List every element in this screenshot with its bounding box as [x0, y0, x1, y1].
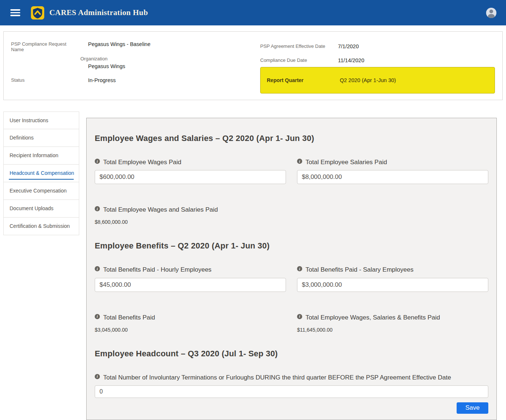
- info-icon[interactable]: [297, 159, 302, 164]
- request-name-values: Pegasus Wings - Baseline Organization Pe…: [80, 41, 150, 69]
- info-icon[interactable]: [297, 314, 302, 319]
- field-total-wages-salaries-readonly: Total Employee Wages and Salaries Paid $…: [95, 205, 488, 225]
- sidebar-item-recipient-information[interactable]: Recipient Information: [3, 147, 79, 165]
- total-employee-salaries-paid-input[interactable]: [297, 170, 488, 184]
- field-label: Total Employee Wages Paid: [103, 157, 181, 167]
- total-wages-salaries-value: $8,600,000.00: [95, 219, 488, 225]
- effective-date-value: 7/1/2020: [338, 43, 359, 49]
- section-nav: User Instructions Definitions Recipient …: [3, 112, 79, 235]
- status-row: Status In-Progress: [11, 77, 260, 83]
- sidebar-item-executive-compensation[interactable]: Executive Compensation: [3, 182, 79, 200]
- summary-right-column: PSP Agreement Effective Date 7/1/2020 Co…: [260, 41, 495, 94]
- summary-left-column: PSP Compliance Request Name Pegasus Wing…: [11, 41, 260, 94]
- request-name-value: Pegasus Wings - Baseline: [88, 41, 150, 47]
- field-involuntary-terminations: Total Number of Involuntary Terminations…: [95, 373, 488, 398]
- request-name-label: PSP Compliance Request Name: [11, 41, 80, 69]
- field-benefits-hourly: Total Benefits Paid - Hourly Employees: [95, 265, 286, 292]
- info-icon[interactable]: [95, 206, 100, 211]
- report-quarter-label: Report Quarter: [267, 77, 340, 83]
- benefits-totals-row: Total Benefits Paid $3,045,000.00 Total …: [95, 313, 488, 333]
- total-benefits-salary-input[interactable]: [297, 278, 488, 292]
- sidebar-item-label: Headcount & Compensation: [10, 170, 74, 176]
- due-date-row: Compliance Due Date 11/14/2020: [260, 57, 495, 63]
- info-icon[interactable]: [95, 374, 100, 379]
- field-wages-salaries-benefits-total-readonly: Total Employee Wages, Salaries & Benefit…: [297, 313, 488, 333]
- field-label: Total Benefits Paid - Hourly Employees: [103, 265, 212, 275]
- sidebar-item-certification-submission[interactable]: Certification & Submission: [3, 218, 79, 235]
- app-title: CARES Administration Hub: [49, 8, 148, 17]
- app-header: CARES Administration Hub: [0, 0, 506, 25]
- app-logo-shield-icon: [31, 6, 45, 20]
- save-row: Save: [95, 402, 488, 414]
- organization-label: Organization: [80, 56, 150, 61]
- total-benefits-paid-value: $3,045,000.00: [95, 327, 286, 333]
- field-label: Total Employee Wages and Salaries Paid: [103, 205, 218, 215]
- user-avatar-icon[interactable]: [486, 8, 496, 18]
- section-title-wages-salaries: Employee Wages and Salaries – Q2 2020 (A…: [95, 134, 488, 143]
- field-benefits-total-readonly: Total Benefits Paid $3,045,000.00: [95, 313, 286, 333]
- sidebar-item-label: Document Uploads: [10, 205, 53, 211]
- sidebar-item-user-instructions[interactable]: User Instructions: [3, 112, 79, 129]
- sidebar-item-label: User Instructions: [10, 117, 48, 123]
- effective-date-row: PSP Agreement Effective Date 7/1/2020: [260, 43, 495, 49]
- benefits-fields-row: Total Benefits Paid - Hourly Employees T…: [95, 265, 488, 292]
- report-quarter-value: Q2 2020 (Apr 1-Jun 30): [340, 77, 396, 83]
- info-icon[interactable]: [95, 314, 100, 319]
- sidebar-item-label: Definitions: [10, 135, 34, 141]
- field-label: Total Number of Involuntary Terminations…: [103, 373, 451, 382]
- total-benefits-hourly-input[interactable]: [95, 278, 286, 292]
- save-button[interactable]: Save: [457, 402, 488, 414]
- field-benefits-salary: Total Benefits Paid - Salary Employees: [297, 265, 488, 292]
- headcount-compensation-panel: Employee Wages and Salaries – Q2 2020 (A…: [86, 118, 497, 420]
- wages-fields-row: Total Employee Wages Paid Total Employee…: [95, 157, 488, 184]
- sidebar-item-definitions[interactable]: Definitions: [3, 129, 79, 147]
- due-date-label: Compliance Due Date: [260, 57, 338, 63]
- request-name-row: PSP Compliance Request Name Pegasus Wing…: [11, 41, 260, 69]
- field-label: Total Benefits Paid: [103, 313, 155, 322]
- section-title-benefits: Employee Benefits – Q2 2020 (Apr 1- Jun …: [95, 241, 488, 251]
- compliance-summary-panel: PSP Compliance Request Name Pegasus Wing…: [3, 31, 503, 100]
- main-area: User Instructions Definitions Recipient …: [0, 100, 506, 420]
- info-icon[interactable]: [95, 266, 100, 271]
- section-title-headcount: Employee Headcount – Q3 2020 (Jul 1- Sep…: [95, 349, 488, 359]
- field-label: Total Employee Wages, Salaries & Benefit…: [306, 313, 440, 322]
- organization-value: Pegasus Wings: [88, 63, 150, 69]
- total-employee-wages-paid-input[interactable]: [95, 170, 286, 184]
- involuntary-terminations-input[interactable]: [95, 385, 488, 398]
- total-wages-salaries-benefits-value: $11,645,000.00: [297, 327, 488, 333]
- field-label: Total Benefits Paid - Salary Employees: [306, 265, 413, 275]
- effective-date-label: PSP Agreement Effective Date: [260, 43, 338, 49]
- sidebar-item-label: Certification & Submission: [10, 223, 70, 229]
- sidebar-item-headcount-compensation[interactable]: Headcount & Compensation: [3, 165, 79, 182]
- info-icon[interactable]: [95, 159, 100, 164]
- status-label: Status: [11, 77, 80, 83]
- info-icon[interactable]: [297, 266, 302, 271]
- sidebar-item-label: Recipient Information: [10, 152, 58, 158]
- field-total-salaries-paid: Total Employee Salaries Paid: [297, 157, 488, 184]
- field-label: Total Employee Salaries Paid: [306, 157, 387, 167]
- status-value: In-Progress: [88, 77, 116, 83]
- field-total-wages-paid: Total Employee Wages Paid: [95, 157, 286, 184]
- menu-icon[interactable]: [10, 9, 20, 16]
- sidebar-item-label: Executive Compensation: [10, 188, 67, 194]
- due-date-value: 11/14/2020: [338, 57, 364, 63]
- report-quarter-highlight: Report Quarter Q2 2020 (Apr 1-Jun 30): [260, 67, 495, 93]
- sidebar-item-document-uploads[interactable]: Document Uploads: [3, 200, 79, 218]
